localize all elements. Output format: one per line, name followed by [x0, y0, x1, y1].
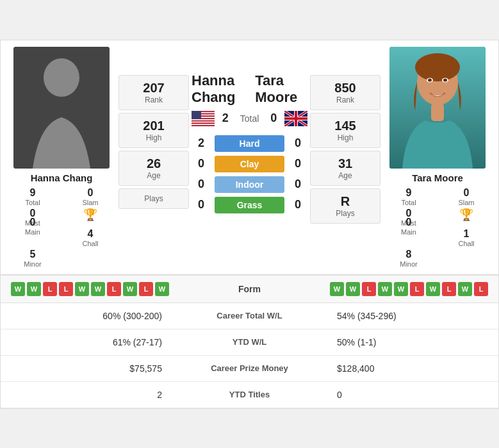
right-middle-stats: 850 Rank 145 High 31 Age R Plays — [310, 47, 380, 268]
left-trophy-icon-cell: 🏆 — [65, 208, 116, 227]
svg-rect-14 — [192, 124, 215, 125]
svg-rect-12 — [192, 121, 215, 122]
titles-right: 0 — [324, 381, 498, 408]
left-slam-stat: 0 Slam — [65, 187, 116, 206]
usa-flag-icon — [192, 111, 215, 126]
left-form-badges: WWLLWWLWLW — [10, 282, 170, 296]
form-badge-l: L — [59, 282, 73, 296]
svg-rect-15 — [192, 125, 215, 126]
form-badge-w: W — [155, 282, 169, 296]
grass-surface-btn: Grass — [215, 197, 284, 213]
svg-point-1 — [44, 58, 79, 97]
form-badge-w: W — [330, 282, 344, 296]
clay-surface-btn: Clay — [215, 156, 284, 172]
titles-label: YTD Titles — [175, 381, 324, 408]
right-age-box: 31 Age — [310, 151, 380, 186]
right-minor-stat: 8 Minor — [383, 249, 434, 268]
career-wl-label: Career Total W/L — [175, 303, 324, 329]
left-chall-stat: 4 Chall — [65, 228, 116, 247]
left-trophy-icon: 🏆 — [83, 208, 97, 222]
right-player-panel: Tara Moore 9 Total 0 Slam 0 Mast 🏆 — [383, 47, 492, 268]
form-badge-w: W — [91, 282, 105, 296]
form-label: Form — [170, 284, 329, 294]
right-player-name-top: Tara Moore — [255, 72, 307, 106]
svg-rect-16 — [192, 111, 201, 119]
left-player-name: Hanna Chang — [31, 172, 93, 183]
left-middle-stats: 207 Rank 201 High 26 Age Plays — [119, 47, 189, 268]
stats-table: 60% (300-200) Career Total W/L 54% (345-… — [1, 303, 498, 408]
right-total-stat: 9 Total — [383, 187, 434, 206]
hard-score-row: 2 Hard 0 — [192, 135, 307, 152]
titles-left: 2 — [1, 381, 175, 408]
left-main-stat: 0 Main — [7, 217, 58, 247]
form-badge-w: W — [394, 282, 408, 296]
prize-label: Career Prize Money — [175, 355, 324, 381]
bottom-section: WWLLWWLWLW Form WWLWWLWLWL 60% (300-200)… — [1, 274, 498, 408]
left-high-box: 201 High — [119, 113, 189, 148]
form-badge-w: W — [458, 282, 472, 296]
svg-point-23 — [428, 78, 432, 81]
form-badge-l: L — [107, 282, 121, 296]
career-wl-left: 60% (300-200) — [1, 303, 175, 329]
ytd-wl-right: 50% (1-1) — [324, 329, 498, 355]
indoor-surface-btn: Indoor — [215, 176, 284, 193]
ytd-wl-row: 61% (27-17) YTD W/L 50% (1-1) — [1, 329, 498, 355]
career-wl-row: 60% (300-200) Career Total W/L 54% (345-… — [1, 303, 498, 329]
left-age-box: 26 Age — [119, 151, 189, 186]
left-rank-box: 207 Rank — [119, 75, 189, 110]
svg-rect-25 — [431, 103, 444, 121]
form-badge-w: W — [123, 282, 137, 296]
left-player-panel: Hanna Chang 9 Total 0 Slam 0 Mast 🏆 — [7, 47, 116, 268]
hard-surface-btn: Hard — [215, 135, 284, 152]
left-minor-stat: 5 Minor — [7, 249, 58, 268]
svg-rect-10 — [192, 119, 215, 120]
form-badge-l: L — [442, 282, 456, 296]
indoor-score-row: 0 Indoor 0 — [192, 176, 307, 193]
total-score-row: 2 Total 0 — [216, 112, 284, 125]
right-trophy-icon: 🏆 — [459, 208, 473, 222]
right-high-box: 145 High — [310, 113, 380, 148]
clay-score-row: 0 Clay 0 — [192, 156, 307, 172]
svg-rect-11 — [192, 120, 215, 121]
svg-point-24 — [443, 78, 447, 81]
form-badge-l: L — [139, 282, 153, 296]
form-badge-l: L — [362, 282, 376, 296]
right-player-name: Tara Moore — [412, 172, 463, 183]
right-rank-box: 850 Rank — [310, 75, 380, 110]
gb-flag-icon — [284, 111, 307, 126]
form-badge-l: L — [410, 282, 424, 296]
form-badge-w: W — [75, 282, 89, 296]
left-plays-box: Plays — [119, 188, 189, 209]
svg-rect-13 — [192, 122, 215, 124]
right-main-stat: 0 Main — [383, 217, 434, 247]
career-wl-right: 54% (345-296) — [324, 303, 498, 329]
center-match-section: Hanna Chang Tara Moore — [192, 47, 307, 268]
prize-row: $75,575 Career Prize Money $128,400 — [1, 355, 498, 381]
right-player-photo — [389, 47, 486, 169]
form-badge-w: W — [426, 282, 440, 296]
left-player-photo — [13, 47, 110, 169]
right-form-badges: WWLWWLWLWL — [329, 282, 489, 296]
titles-row: 2 YTD Titles 0 — [1, 381, 498, 408]
form-badge-w: W — [11, 282, 25, 296]
right-chall-stat: 1 Chall — [441, 228, 492, 247]
grass-score-row: 0 Grass 0 — [192, 197, 307, 213]
ytd-wl-label: YTD W/L — [175, 329, 324, 355]
form-badge-w: W — [378, 282, 392, 296]
right-trophy-icon-cell: 🏆 — [441, 208, 492, 227]
form-badge-w: W — [346, 282, 360, 296]
svg-point-20 — [415, 53, 460, 81]
ytd-wl-left: 61% (27-17) — [1, 329, 175, 355]
right-plays-box: R Plays — [310, 188, 380, 224]
left-player-name-top: Hanna Chang — [192, 72, 255, 106]
left-total-stat: 9 Total — [7, 187, 58, 206]
form-badge-l: L — [474, 282, 488, 296]
form-badge-l: L — [43, 282, 57, 296]
form-badge-w: W — [27, 282, 41, 296]
prize-left: $75,575 — [1, 355, 175, 381]
prize-right: $128,400 — [324, 355, 498, 381]
form-row: WWLLWWLWLW Form WWLWWLWLWL — [1, 276, 498, 303]
right-slam-stat: 0 Slam — [441, 187, 492, 206]
